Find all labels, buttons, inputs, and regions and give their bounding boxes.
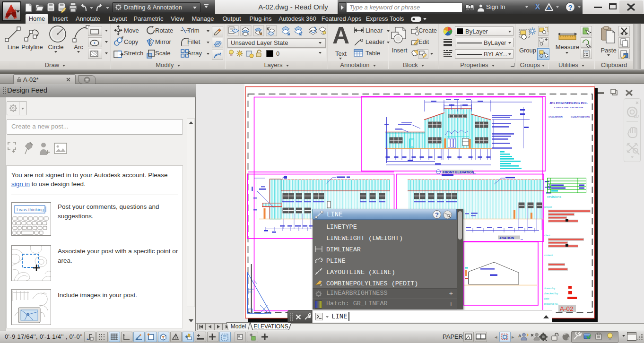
svg-text:drawn by: drawn by [544,287,555,290]
svg-text:content: content [544,254,553,257]
svg-text:A-02: A-02 [560,305,574,312]
svg-text:.EVATION: .EVATION [499,236,514,240]
svg-text:date: date [544,297,549,300]
svg-text:SASKATCHEWAN: SASKATCHEWAN [571,116,590,118]
svg-text:project: project [544,206,552,208]
svg-text:JES ENGINEERING INC.: JES ENGINEERING INC. [549,101,588,105]
svg-text:client: client [544,234,550,237]
svg-text:checked by: checked by [544,292,558,295]
svg-text:I was thinking...: I was thinking... [17,207,47,212]
svg-text:revisions: revisions [547,195,561,199]
svg-text:2D: 2D [634,114,639,119]
svg-text:drawing no.: drawing no. [544,302,558,305]
svg-text:SASKATOON: SASKATOON [548,116,563,118]
svg-text:FRONT ELEVATION: FRONT ELEVATION [443,170,474,174]
svg-text:A: A [518,334,522,338]
svg-text:CONSULTING ENGINEERS: CONSULTING ENGINEERS [554,106,583,109]
